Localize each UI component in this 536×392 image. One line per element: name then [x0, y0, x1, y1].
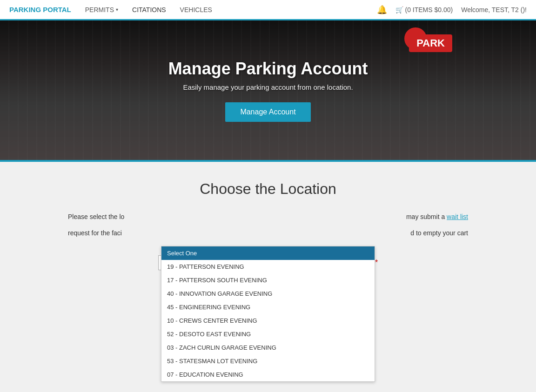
dropdown-option-45[interactable]: 45 - ENGINEERING EVENING [161, 300, 375, 314]
dropdown-list[interactable]: Select One 19 - PATTERSON EVENING 17 - P… [161, 246, 375, 382]
dropdown-option-07[interactable]: 07 - EDUCATION EVENING [161, 368, 375, 381]
description-row-2: request for the faci d to empty your car… [68, 229, 468, 237]
desc-right: may submit a wait list [406, 212, 468, 222]
desc-text-1: Please select the lo [68, 213, 124, 220]
hero-content: Manage Parking Account Easily manage you… [0, 20, 536, 160]
dropdown-option-17[interactable]: 17 - PATTERSON SOUTH EVENING [161, 273, 375, 287]
section-title: Choose the Location [68, 180, 468, 198]
waitlist-link[interactable]: wait list [447, 213, 468, 220]
dropdown-option-52[interactable]: 52 - DESOTO EAST EVENING [161, 327, 375, 341]
main-content: Choose the Location Please select the lo… [59, 162, 477, 322]
hero-subtitle: Easily manage your parking account from … [183, 83, 353, 91]
nav-link-permits[interactable]: PERMITS ▾ [85, 6, 118, 13]
description-row: Please select the lo may submit a wait l… [68, 212, 468, 222]
welcome-text: Welcome, TEST, T2 ()! [461, 6, 527, 13]
nav-link-vehicles[interactable]: VEHICLES [180, 6, 212, 13]
nav-right: 🔔 🛒 (0 ITEMS $0.00) Welcome, TEST, T2 ()… [377, 5, 527, 15]
desc-text-4: d to empty your cart [410, 229, 468, 237]
dropdown-option-53[interactable]: 53 - STATESMAN LOT EVENING [161, 354, 375, 368]
nav-link-citations[interactable]: CITATIONS [132, 6, 166, 13]
dropdown-option-19[interactable]: 19 - PATTERSON EVENING [161, 260, 375, 273]
nav-brand[interactable]: PARKING PORTAL [9, 6, 71, 13]
desc-text-3: request for the faci [68, 229, 122, 237]
hero-section: ↓ PARK Manage Parking Account Easily man… [0, 20, 536, 160]
chevron-down-icon: ▾ [116, 7, 118, 12]
dropdown-option-03[interactable]: 03 - ZACH CURLIN GARAGE EVENING [161, 341, 375, 354]
desc-left: Please select the lo [68, 212, 124, 222]
hero-title: Manage Parking Account [168, 59, 368, 79]
desc-text-2: may submit a wait list [406, 213, 468, 220]
navbar: PARKING PORTAL PERMITS ▾ CITATIONS VEHIC… [0, 0, 536, 20]
nav-left: PARKING PORTAL PERMITS ▾ CITATIONS VEHIC… [9, 6, 377, 13]
cart-link[interactable]: 🛒 (0 ITEMS $0.00) [395, 6, 453, 13]
manage-account-button[interactable]: Manage Account [225, 102, 310, 122]
required-indicator: * [375, 259, 378, 267]
dropdown-option-select-one[interactable]: Select One [161, 246, 375, 260]
notification-bell-icon[interactable]: 🔔 [377, 5, 387, 15]
dropdown-option-10[interactable]: 10 - CREWS CENTER EVENING [161, 314, 375, 327]
dropdown-option-40[interactable]: 40 - INNOVATION GARAGE EVENING [161, 287, 375, 300]
